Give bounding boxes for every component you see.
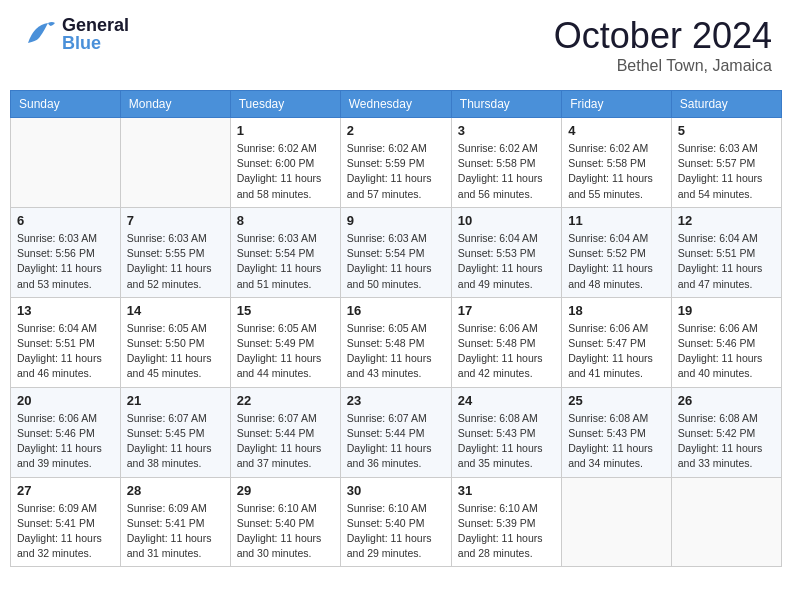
calendar-cell: 16Sunrise: 6:05 AM Sunset: 5:48 PM Dayli… [340,297,451,387]
day-number: 2 [347,123,445,138]
day-number: 8 [237,213,334,228]
day-number: 3 [458,123,555,138]
day-number: 1 [237,123,334,138]
day-info: Sunrise: 6:04 AM Sunset: 5:52 PM Dayligh… [568,231,665,292]
day-info: Sunrise: 6:05 AM Sunset: 5:50 PM Dayligh… [127,321,224,382]
day-info: Sunrise: 6:03 AM Sunset: 5:54 PM Dayligh… [237,231,334,292]
location: Bethel Town, Jamaica [554,57,772,75]
day-number: 23 [347,393,445,408]
calendar-cell: 31Sunrise: 6:10 AM Sunset: 5:39 PM Dayli… [451,477,561,567]
calendar-cell: 9Sunrise: 6:03 AM Sunset: 5:54 PM Daylig… [340,207,451,297]
day-number: 10 [458,213,555,228]
calendar-cell: 13Sunrise: 6:04 AM Sunset: 5:51 PM Dayli… [11,297,121,387]
header-cell-friday: Friday [562,91,672,118]
header-cell-thursday: Thursday [451,91,561,118]
day-info: Sunrise: 6:02 AM Sunset: 6:00 PM Dayligh… [237,141,334,202]
header-cell-monday: Monday [120,91,230,118]
header-row: SundayMondayTuesdayWednesdayThursdayFrid… [11,91,782,118]
day-info: Sunrise: 6:09 AM Sunset: 5:41 PM Dayligh… [17,501,114,562]
day-number: 14 [127,303,224,318]
day-number: 16 [347,303,445,318]
day-info: Sunrise: 6:02 AM Sunset: 5:59 PM Dayligh… [347,141,445,202]
calendar-cell: 25Sunrise: 6:08 AM Sunset: 5:43 PM Dayli… [562,387,672,477]
day-info: Sunrise: 6:03 AM Sunset: 5:57 PM Dayligh… [678,141,775,202]
day-info: Sunrise: 6:08 AM Sunset: 5:43 PM Dayligh… [568,411,665,472]
day-info: Sunrise: 6:03 AM Sunset: 5:56 PM Dayligh… [17,231,114,292]
day-number: 20 [17,393,114,408]
day-number: 30 [347,483,445,498]
calendar-cell: 26Sunrise: 6:08 AM Sunset: 5:42 PM Dayli… [671,387,781,477]
day-info: Sunrise: 6:10 AM Sunset: 5:40 PM Dayligh… [347,501,445,562]
day-number: 31 [458,483,555,498]
day-info: Sunrise: 6:05 AM Sunset: 5:48 PM Dayligh… [347,321,445,382]
day-info: Sunrise: 6:03 AM Sunset: 5:54 PM Dayligh… [347,231,445,292]
day-info: Sunrise: 6:08 AM Sunset: 5:43 PM Dayligh… [458,411,555,472]
calendar-cell: 6Sunrise: 6:03 AM Sunset: 5:56 PM Daylig… [11,207,121,297]
calendar-cell: 10Sunrise: 6:04 AM Sunset: 5:53 PM Dayli… [451,207,561,297]
day-info: Sunrise: 6:06 AM Sunset: 5:46 PM Dayligh… [17,411,114,472]
calendar-cell: 22Sunrise: 6:07 AM Sunset: 5:44 PM Dayli… [230,387,340,477]
calendar-cell: 23Sunrise: 6:07 AM Sunset: 5:44 PM Dayli… [340,387,451,477]
calendar-cell: 2Sunrise: 6:02 AM Sunset: 5:59 PM Daylig… [340,118,451,208]
calendar-cell: 12Sunrise: 6:04 AM Sunset: 5:51 PM Dayli… [671,207,781,297]
calendar-cell: 18Sunrise: 6:06 AM Sunset: 5:47 PM Dayli… [562,297,672,387]
day-info: Sunrise: 6:05 AM Sunset: 5:49 PM Dayligh… [237,321,334,382]
day-number: 22 [237,393,334,408]
calendar-cell [671,477,781,567]
day-number: 27 [17,483,114,498]
day-info: Sunrise: 6:04 AM Sunset: 5:51 PM Dayligh… [17,321,114,382]
day-info: Sunrise: 6:07 AM Sunset: 5:44 PM Dayligh… [347,411,445,472]
calendar-cell: 30Sunrise: 6:10 AM Sunset: 5:40 PM Dayli… [340,477,451,567]
calendar-week-2: 6Sunrise: 6:03 AM Sunset: 5:56 PM Daylig… [11,207,782,297]
calendar-week-1: 1Sunrise: 6:02 AM Sunset: 6:00 PM Daylig… [11,118,782,208]
day-number: 5 [678,123,775,138]
day-info: Sunrise: 6:09 AM Sunset: 5:41 PM Dayligh… [127,501,224,562]
calendar-cell: 5Sunrise: 6:03 AM Sunset: 5:57 PM Daylig… [671,118,781,208]
day-number: 24 [458,393,555,408]
day-number: 11 [568,213,665,228]
day-number: 25 [568,393,665,408]
day-number: 18 [568,303,665,318]
month-title: October 2024 [554,15,772,57]
day-number: 12 [678,213,775,228]
calendar-cell: 17Sunrise: 6:06 AM Sunset: 5:48 PM Dayli… [451,297,561,387]
calendar-cell: 27Sunrise: 6:09 AM Sunset: 5:41 PM Dayli… [11,477,121,567]
calendar-week-4: 20Sunrise: 6:06 AM Sunset: 5:46 PM Dayli… [11,387,782,477]
calendar-cell: 15Sunrise: 6:05 AM Sunset: 5:49 PM Dayli… [230,297,340,387]
day-number: 15 [237,303,334,318]
calendar-cell [120,118,230,208]
calendar-cell: 21Sunrise: 6:07 AM Sunset: 5:45 PM Dayli… [120,387,230,477]
calendar-cell: 28Sunrise: 6:09 AM Sunset: 5:41 PM Dayli… [120,477,230,567]
day-info: Sunrise: 6:02 AM Sunset: 5:58 PM Dayligh… [568,141,665,202]
day-info: Sunrise: 6:02 AM Sunset: 5:58 PM Dayligh… [458,141,555,202]
day-info: Sunrise: 6:03 AM Sunset: 5:55 PM Dayligh… [127,231,224,292]
logo-text: General Blue [62,16,129,52]
calendar-week-3: 13Sunrise: 6:04 AM Sunset: 5:51 PM Dayli… [11,297,782,387]
calendar-cell: 29Sunrise: 6:10 AM Sunset: 5:40 PM Dayli… [230,477,340,567]
day-number: 28 [127,483,224,498]
header-cell-tuesday: Tuesday [230,91,340,118]
header-cell-saturday: Saturday [671,91,781,118]
calendar-cell: 1Sunrise: 6:02 AM Sunset: 6:00 PM Daylig… [230,118,340,208]
calendar-cell: 14Sunrise: 6:05 AM Sunset: 5:50 PM Dayli… [120,297,230,387]
day-info: Sunrise: 6:10 AM Sunset: 5:40 PM Dayligh… [237,501,334,562]
day-number: 29 [237,483,334,498]
day-number: 21 [127,393,224,408]
logo: General Blue [20,15,129,53]
calendar-cell: 11Sunrise: 6:04 AM Sunset: 5:52 PM Dayli… [562,207,672,297]
title-block: October 2024 Bethel Town, Jamaica [554,15,772,75]
day-info: Sunrise: 6:10 AM Sunset: 5:39 PM Dayligh… [458,501,555,562]
day-info: Sunrise: 6:07 AM Sunset: 5:45 PM Dayligh… [127,411,224,472]
calendar-week-5: 27Sunrise: 6:09 AM Sunset: 5:41 PM Dayli… [11,477,782,567]
day-info: Sunrise: 6:07 AM Sunset: 5:44 PM Dayligh… [237,411,334,472]
day-number: 4 [568,123,665,138]
calendar-cell: 7Sunrise: 6:03 AM Sunset: 5:55 PM Daylig… [120,207,230,297]
day-number: 13 [17,303,114,318]
calendar-cell: 20Sunrise: 6:06 AM Sunset: 5:46 PM Dayli… [11,387,121,477]
calendar-cell: 3Sunrise: 6:02 AM Sunset: 5:58 PM Daylig… [451,118,561,208]
day-info: Sunrise: 6:06 AM Sunset: 5:48 PM Dayligh… [458,321,555,382]
day-number: 17 [458,303,555,318]
calendar-cell [11,118,121,208]
day-info: Sunrise: 6:06 AM Sunset: 5:46 PM Dayligh… [678,321,775,382]
day-info: Sunrise: 6:04 AM Sunset: 5:51 PM Dayligh… [678,231,775,292]
